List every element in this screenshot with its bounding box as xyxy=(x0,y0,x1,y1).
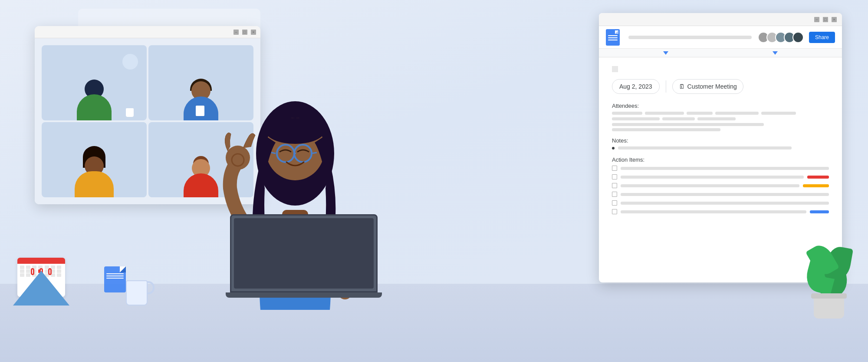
svg-point-8 xyxy=(266,118,325,144)
bullet-dot-1 xyxy=(612,147,615,149)
docs-icon-line-3 xyxy=(608,40,618,40)
minimize-button[interactable]: − xyxy=(233,30,239,35)
docs-titlebar: − □ × xyxy=(599,13,842,26)
att-sub-2 xyxy=(612,128,720,131)
att-line-3 xyxy=(687,112,713,115)
attendees-label: Attendees: xyxy=(612,103,829,109)
notes-section: Notes: xyxy=(612,137,829,149)
att-sub-1 xyxy=(612,123,764,126)
svg-line-7 xyxy=(312,153,317,153)
deco-line-3 xyxy=(106,278,124,279)
laptop-base xyxy=(226,292,382,298)
deco-line-1 xyxy=(106,273,124,274)
attendees-lines xyxy=(612,112,829,120)
calendar-chip: 🗓 Customer Meeting xyxy=(672,79,743,94)
red-tag-1 xyxy=(807,176,829,179)
action-item-5 xyxy=(612,200,829,206)
action-line-1 xyxy=(621,167,829,170)
meeting-name: Customer Meeting xyxy=(687,83,737,90)
avatar-cluster xyxy=(760,32,804,43)
avatar-5 xyxy=(792,32,804,43)
svg-line-6 xyxy=(271,153,276,153)
checkbox-2[interactable] xyxy=(612,174,617,179)
docs-toolbar: Share xyxy=(599,26,842,49)
attendees-section: Attendees: xyxy=(612,103,829,131)
action-line-4 xyxy=(621,193,829,196)
att-line-5 xyxy=(761,112,796,115)
person-body-1 xyxy=(77,94,112,120)
blue-tag-1 xyxy=(810,210,829,213)
docs-title-text xyxy=(628,36,752,39)
mug-decoration xyxy=(126,275,152,306)
google-docs-icon xyxy=(606,29,620,46)
action-item-2 xyxy=(612,174,829,179)
docs-maximize-button[interactable]: □ xyxy=(823,17,828,22)
docs-minimize-button[interactable]: − xyxy=(814,17,819,22)
att-line-8 xyxy=(697,117,736,120)
att-line-6 xyxy=(612,117,660,120)
doc-small-square xyxy=(612,66,618,72)
notes-label: Notes: xyxy=(612,137,829,144)
action-item-1 xyxy=(612,166,829,171)
ruler-right-triangle xyxy=(773,51,778,55)
maximize-button[interactable]: □ xyxy=(242,30,247,35)
ruler-left-triangle xyxy=(663,51,668,55)
docs-deco-lines xyxy=(106,273,124,279)
plant-pot xyxy=(814,297,844,319)
meeting-date-row: Aug 2, 2023 🗓 Customer Meeting xyxy=(612,79,829,94)
calendar-decoration xyxy=(13,249,69,306)
att-line-4 xyxy=(715,112,759,115)
docs-deco-icon xyxy=(104,266,126,292)
action-item-4 xyxy=(612,192,829,197)
date-chip: Aug 2, 2023 xyxy=(612,79,660,94)
person-body-3 xyxy=(75,171,114,197)
video-cell-3 xyxy=(42,122,147,197)
checkbox-5[interactable] xyxy=(612,200,617,206)
docs-ruler xyxy=(599,49,842,57)
video-cell-1 xyxy=(42,45,147,120)
action-item-6 xyxy=(612,209,829,214)
attendees-sub-lines xyxy=(612,123,829,131)
laptop xyxy=(230,214,378,310)
checkbox-6[interactable] xyxy=(612,209,617,214)
action-line-6 xyxy=(621,210,806,213)
mug-body xyxy=(126,280,148,306)
checkbox-4[interactable] xyxy=(612,192,617,197)
action-item-3 xyxy=(612,183,829,188)
checkbox-1[interactable] xyxy=(612,166,617,171)
action-line-2 xyxy=(621,176,804,179)
att-line-2 xyxy=(645,112,684,115)
deco-line-2 xyxy=(106,276,124,276)
action-line-5 xyxy=(621,202,829,205)
calendar-icon: 🗓 xyxy=(679,83,685,90)
docs-icon-line-1 xyxy=(608,35,618,36)
docs-icon-line-2 xyxy=(608,37,618,38)
plant-decoration xyxy=(799,232,859,319)
att-line-7 xyxy=(662,117,695,120)
laptop-screen xyxy=(230,214,378,292)
action-items-section: Action Items: xyxy=(612,156,829,214)
checkbox-3[interactable] xyxy=(612,183,617,188)
att-line-1 xyxy=(612,112,642,115)
coffee-cup xyxy=(126,108,134,117)
date-divider xyxy=(666,80,666,93)
close-button[interactable]: × xyxy=(251,30,256,35)
notes-bullet-1 xyxy=(612,146,829,149)
speech-bubble xyxy=(122,54,138,70)
action-line-3 xyxy=(621,184,799,187)
action-items-label: Action Items: xyxy=(612,156,829,163)
calendar-triangle xyxy=(13,271,69,306)
video-titlebar: − □ × xyxy=(35,26,260,38)
notes-line-1 xyxy=(618,146,792,149)
share-button[interactable]: Share xyxy=(809,32,835,43)
docs-close-button[interactable]: × xyxy=(832,17,837,22)
laptop-screen-inner xyxy=(234,218,374,289)
yellow-tag-1 xyxy=(803,184,829,187)
